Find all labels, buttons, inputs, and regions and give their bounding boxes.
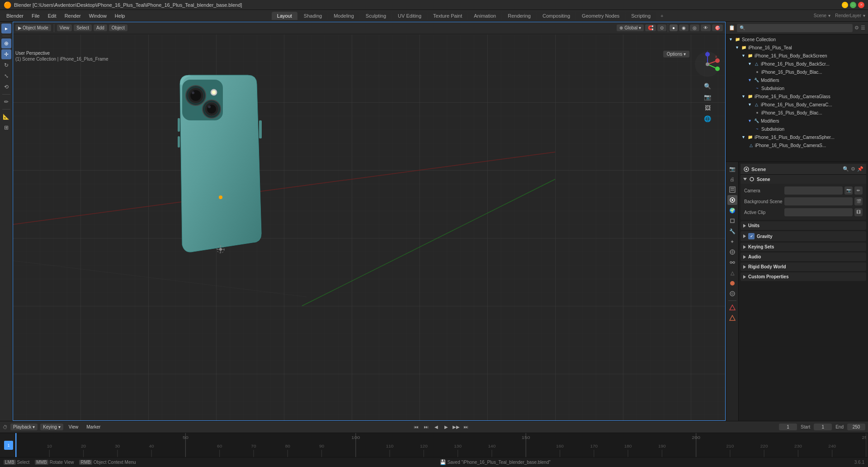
outliner-item-backscr-mesh[interactable]: ▼ △ iPhone_16_Plus_Body_BackScr... 👁 📷 bbox=[726, 60, 868, 68]
outliner-item-scene-collection[interactable]: ▼ 📁 Scene Collection 👁 bbox=[726, 35, 868, 43]
add-workspace-button[interactable]: + bbox=[657, 12, 667, 20]
snapping-toggle[interactable]: 🧲 bbox=[645, 24, 656, 31]
props-pin-icon[interactable]: 📌 bbox=[857, 166, 863, 172]
rigid-body-world-section-header[interactable]: Rigid Body World bbox=[741, 262, 866, 271]
keying-sets-section-header[interactable]: Keying Sets bbox=[741, 243, 866, 251]
menu-render[interactable]: Render bbox=[61, 12, 85, 19]
outliner-item-black-mesh-2[interactable]: ● iPhone_16_Plus_Body_Blac... bbox=[726, 109, 868, 117]
outliner-settings-icon[interactable]: ☰ bbox=[861, 25, 865, 31]
maximize-button[interactable]: □ bbox=[850, 2, 856, 8]
viewport-shading-material[interactable]: ◉ bbox=[679, 24, 689, 31]
outliner-filter-icon[interactable]: ⚙ bbox=[854, 25, 859, 31]
background-scene-pick-btn[interactable]: 🎬 bbox=[854, 197, 863, 205]
outliner-item-camerac-mesh[interactable]: ▼ △ iPhone_16_Plus_Body_CameraC... 👁 📷 bbox=[726, 100, 868, 109]
transform-tool[interactable]: ⟲ bbox=[1, 82, 11, 92]
viewport-3d[interactable]: User Perspective (1) Scene Collection | … bbox=[13, 34, 726, 421]
tab-rendering[interactable]: Rendering bbox=[502, 12, 536, 20]
active-clip-value[interactable] bbox=[784, 208, 853, 216]
outliner-item-cameras-mesh[interactable]: △ iPhone_16_Plus_Body_CameraS... 👁 📷 bbox=[726, 141, 868, 149]
outliner-item-subdivision-1[interactable]: ~ Subdivision bbox=[726, 84, 868, 92]
play-btn[interactable]: ▶ bbox=[442, 423, 450, 431]
shader-props-tab[interactable] bbox=[727, 289, 737, 299]
gravity-checkbox[interactable]: ✓ bbox=[748, 233, 755, 239]
scene-props-tab[interactable] bbox=[727, 195, 737, 205]
viewport-shading-solid[interactable]: ● bbox=[670, 24, 678, 31]
camera-pick-btn[interactable]: 📷 bbox=[844, 186, 853, 195]
viewport-overlay-toggle[interactable]: 👁 bbox=[701, 24, 711, 31]
menu-window[interactable]: Window bbox=[85, 12, 110, 19]
move-tool[interactable]: ✛ bbox=[1, 49, 11, 59]
outliner-item-iphone-teal[interactable]: ▼ 📁 iPhone_16_Plus_Teal 👁 📷 bbox=[726, 43, 868, 52]
tab-compositing[interactable]: Compositing bbox=[537, 12, 576, 20]
render-visibility-icon[interactable]: 📷 bbox=[860, 142, 866, 148]
select-menu[interactable]: Select bbox=[74, 24, 92, 31]
tab-shading[interactable]: Shading bbox=[298, 12, 327, 20]
props-filter-icon[interactable]: ⚙ bbox=[851, 166, 855, 172]
cursor-tool[interactable]: ⊕ bbox=[1, 38, 11, 48]
tab-animation[interactable]: Animation bbox=[468, 12, 501, 20]
mode-selector[interactable]: ▶ bbox=[1, 24, 11, 33]
view-layer-props-tab[interactable] bbox=[727, 185, 737, 195]
outliner-item-camerasphere[interactable]: ▼ 📁 iPhone_16_Plus_Body_CameraSpher... 👁… bbox=[726, 133, 868, 141]
camera-view-icon[interactable]: 📷 bbox=[703, 92, 712, 101]
custom-properties-section-header[interactable]: Custom Properties bbox=[741, 272, 866, 281]
add-menu[interactable]: Add bbox=[94, 24, 107, 31]
outliner-item-cameraglass[interactable]: ▼ 📁 iPhone_16_Plus_Body_CameraGlass 👁 📷 bbox=[726, 92, 868, 100]
options-btn-label[interactable]: Options ▾ bbox=[663, 51, 689, 57]
outliner-item-modifiers-2[interactable]: ▼ 🔧 Modifiers bbox=[726, 117, 868, 125]
gravity-section-header[interactable]: ✓ Gravity bbox=[741, 231, 866, 241]
menu-blender[interactable]: Blender bbox=[3, 12, 27, 19]
render-preview-icon[interactable]: 🖼 bbox=[703, 103, 712, 112]
proportional-edit[interactable]: ⊙ bbox=[657, 24, 666, 31]
render-visibility-icon[interactable]: 📷 bbox=[860, 44, 866, 51]
visibility-icon[interactable]: 👁 bbox=[853, 134, 859, 140]
material-props-tab[interactable] bbox=[727, 278, 737, 288]
menu-file[interactable]: File bbox=[28, 12, 43, 19]
visibility-icon[interactable]: 👁 bbox=[853, 61, 859, 67]
outliner-item-modifiers-1[interactable]: ▼ 🔧 Modifiers bbox=[726, 76, 868, 84]
view-menu[interactable]: View bbox=[57, 24, 72, 31]
outliner-item-backscreen[interactable]: ▼ 📁 iPhone_16_Plus_Body_BackScreen 👁 📷 bbox=[726, 52, 868, 60]
menu-edit[interactable]: Edit bbox=[44, 12, 60, 19]
object-menu[interactable]: Object bbox=[109, 24, 127, 31]
particles-props-tab[interactable]: ✦ bbox=[727, 237, 737, 247]
timeline-ruler[interactable]: 50 100 150 200 250 10 20 30 40 60 bbox=[15, 433, 866, 457]
visibility-icon[interactable]: 👁 bbox=[853, 44, 859, 51]
current-frame-value[interactable]: 1 bbox=[779, 424, 797, 430]
scale-tool[interactable]: ⤡ bbox=[1, 71, 11, 81]
modifier-props-tab[interactable]: 🔧 bbox=[727, 226, 737, 236]
playback-menu[interactable]: Playback ▾ bbox=[10, 424, 38, 430]
tab-layout[interactable]: Layout bbox=[272, 12, 297, 20]
outliner-item-subdivision-2[interactable]: ~ Subdivision bbox=[726, 125, 868, 133]
tab-geometry-nodes[interactable]: Geometry Nodes bbox=[576, 12, 625, 20]
render-visibility-icon[interactable]: 📷 bbox=[860, 101, 866, 108]
outliner-content[interactable]: ▼ 📁 Scene Collection 👁 ▼ 📁 iPhone_16_Plu… bbox=[726, 34, 868, 162]
menu-help[interactable]: Help bbox=[111, 12, 129, 19]
tab-uv-editing[interactable]: UV Editing bbox=[392, 12, 427, 20]
object-constraint-props-tab[interactable] bbox=[727, 303, 737, 313]
world-orient-icon[interactable]: 🌐 bbox=[703, 114, 712, 123]
annotate-tool[interactable]: ✏ bbox=[1, 97, 11, 107]
background-scene-value[interactable] bbox=[784, 197, 853, 205]
end-frame-value[interactable]: 250 bbox=[847, 424, 865, 430]
jump-end-btn[interactable]: ⏭ bbox=[462, 423, 470, 431]
marker-menu[interactable]: Marker bbox=[84, 424, 103, 430]
audio-section-header[interactable]: Audio bbox=[741, 253, 866, 261]
world-props-tab[interactable]: 🌍 bbox=[727, 205, 737, 215]
step-back-btn[interactable]: ◀ bbox=[432, 423, 440, 431]
timeline-body[interactable]: 1 50 100 150 200 250 bbox=[0, 433, 868, 457]
rotate-tool[interactable]: ↻ bbox=[1, 60, 11, 70]
keying-menu[interactable]: Keying ▾ bbox=[40, 424, 63, 430]
jump-back-btn[interactable]: ⏭ bbox=[422, 423, 430, 431]
visibility-icon[interactable]: 👁 bbox=[853, 52, 859, 59]
tab-scripting[interactable]: Scripting bbox=[626, 12, 656, 20]
object-data-props-tab[interactable]: △ bbox=[727, 268, 737, 278]
step-forward-btn[interactable]: ▶▶ bbox=[452, 423, 460, 431]
start-frame-value[interactable]: 1 bbox=[814, 424, 832, 430]
navigation-gizmo[interactable]: X Y Z bbox=[694, 51, 721, 78]
props-search-icon[interactable]: 🔍 bbox=[843, 166, 849, 172]
active-clip-pick-btn[interactable]: 🎞 bbox=[854, 208, 863, 216]
view-menu[interactable]: View bbox=[66, 424, 81, 430]
measure-tool[interactable]: 📐 bbox=[1, 112, 11, 122]
add-primitive-tool[interactable]: ⊞ bbox=[1, 123, 11, 133]
